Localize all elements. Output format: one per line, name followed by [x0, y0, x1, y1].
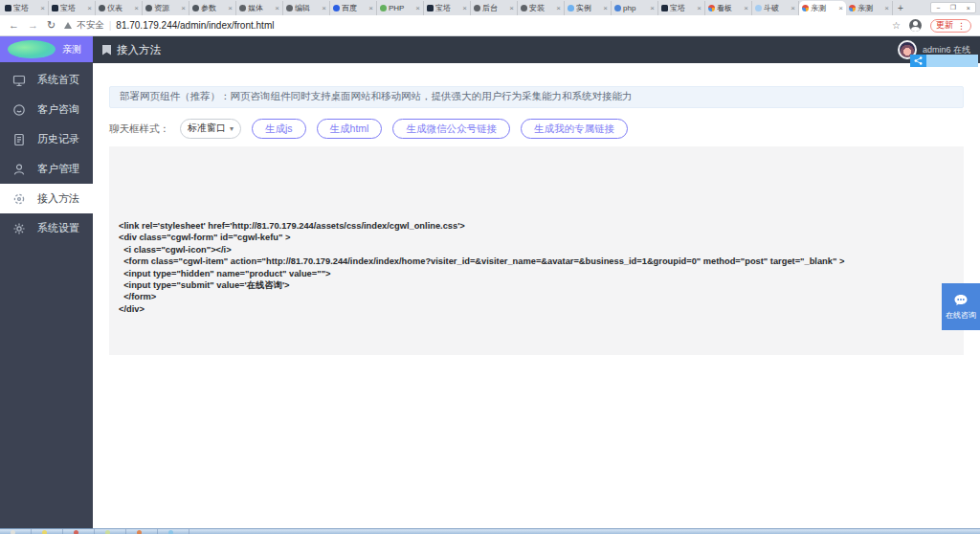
sidebar-item-settings[interactable]: 系统设置: [0, 213, 93, 243]
browser-tab[interactable]: 安装 ×: [518, 1, 565, 15]
browser-tab[interactable]: 宝塔 ×: [2, 1, 49, 15]
browser-tab[interactable]: PHP ×: [377, 1, 424, 15]
chat-bubble-icon: [953, 294, 969, 307]
tab-favicon: [427, 5, 434, 11]
chrome-update-button[interactable]: 更新 ⋮: [930, 19, 971, 33]
tab-favicon: [708, 5, 715, 11]
tab-title: 后台: [482, 3, 507, 13]
page-header: 接入方法 admin6 在线: [93, 36, 980, 63]
tab-favicon: [286, 5, 293, 11]
sidebar-item-home[interactable]: 系统首页: [0, 65, 93, 95]
code-line: </div>: [119, 303, 954, 315]
browser-tab[interactable]: 宝塔 ×: [424, 1, 471, 15]
restore-icon[interactable]: ❐: [950, 4, 956, 11]
tab-close-icon[interactable]: ×: [556, 4, 561, 12]
browser-tab[interactable]: php ×: [612, 1, 658, 15]
browser-tab[interactable]: 百度 ×: [330, 1, 377, 15]
embed-code-block[interactable]: <link rel='stylesheet' href='http://81.7…: [109, 146, 964, 355]
bookmark-star-icon[interactable]: ☆: [892, 20, 901, 31]
browser-tab[interactable]: 宝塔 ×: [658, 1, 705, 15]
tab-title: 宝塔: [60, 3, 85, 13]
tab-close-icon[interactable]: ×: [462, 4, 467, 12]
tab-title: 参数: [201, 3, 226, 13]
online-consult-widget[interactable]: 在线咨询: [942, 283, 980, 330]
tab-close-icon[interactable]: ×: [87, 4, 92, 12]
tab-close-icon[interactable]: ×: [884, 4, 889, 12]
browser-tab[interactable]: 编辑 ×: [283, 1, 330, 15]
tab-close-icon[interactable]: ×: [603, 4, 608, 12]
sidebar-item-label: 系统设置: [37, 221, 79, 235]
browser-tab[interactable]: 仪表 ×: [96, 1, 143, 15]
tab-close-icon[interactable]: ×: [744, 4, 748, 12]
tab-close-icon[interactable]: ×: [650, 4, 655, 12]
browser-tab[interactable]: 亲测 ×: [799, 1, 846, 15]
browser-profile-icon[interactable]: [909, 19, 922, 32]
tab-favicon: [333, 5, 340, 11]
browser-tab[interactable]: 资源 ×: [143, 1, 189, 15]
update-label: 更新: [936, 19, 953, 32]
address-bar[interactable]: 不安全 | 81.70.179.244/admin/index/front.ht…: [64, 19, 883, 32]
sidebar-item-consult[interactable]: 客户咨询: [0, 95, 93, 124]
chat-toolbar-fragment[interactable]: [910, 55, 978, 67]
chat-toolbar-field: [926, 55, 978, 67]
sidebar-item-history[interactable]: 历史记录: [0, 124, 93, 154]
app-logo[interactable]: 亲测: [0, 36, 93, 62]
tab-favicon: [661, 5, 668, 11]
code-line: <input type="hidden" name="product" valu…: [119, 268, 954, 279]
tab-close-icon[interactable]: ×: [368, 4, 373, 12]
tab-close-icon[interactable]: ×: [181, 4, 186, 12]
close-icon[interactable]: ×: [967, 5, 970, 11]
tab-title: 宝塔: [670, 3, 695, 13]
tab-title: php: [623, 4, 648, 12]
tab-close-icon[interactable]: ×: [791, 4, 795, 12]
tab-favicon: [474, 5, 480, 11]
minimize-icon[interactable]: −: [936, 5, 940, 11]
back-icon[interactable]: ←: [9, 20, 19, 31]
gear-icon: [12, 222, 26, 235]
tab-title: 看板: [717, 3, 742, 13]
code-line: <input type="submit" value='在线咨询'>: [119, 279, 954, 291]
generate-button[interactable]: 生成html: [317, 119, 383, 139]
chat-style-row: 聊天框样式： 标准窗口 ▾ 生成js生成html生成微信公众号链接生成我的专属链…: [109, 119, 964, 139]
share-icon: [910, 55, 926, 67]
tab-close-icon[interactable]: ×: [322, 4, 326, 12]
generate-button[interactable]: 生成我的专属链接: [521, 119, 628, 139]
browser-tab[interactable]: 宝塔 ×: [49, 1, 96, 15]
tab-favicon: [614, 5, 621, 11]
tab-close-icon[interactable]: ×: [40, 4, 45, 12]
logo-text: 亲测: [62, 43, 81, 56]
tab-title: 编辑: [295, 3, 320, 13]
browser-tab[interactable]: 亲测 ×: [846, 1, 893, 15]
tab-title: 宝塔: [13, 3, 38, 13]
sidebar-item-label: 接入方法: [37, 191, 79, 206]
kebab-menu-icon[interactable]: ⋮: [957, 21, 966, 31]
tab-close-icon[interactable]: ×: [415, 4, 420, 12]
windows-taskbar[interactable]: [0, 528, 980, 534]
browser-tab[interactable]: 后台 ×: [471, 1, 518, 15]
reload-icon[interactable]: ↻: [47, 20, 56, 31]
tab-favicon: [5, 5, 11, 11]
sidebar-item-label: 客户咨询: [37, 102, 79, 117]
tab-title: 斗破: [764, 3, 789, 13]
tab-favicon: [192, 5, 199, 11]
tab-close-icon[interactable]: ×: [228, 4, 233, 12]
generate-button[interactable]: 生成js: [252, 119, 306, 139]
browser-tab[interactable]: 参数 ×: [189, 1, 236, 15]
tab-close-icon[interactable]: ×: [275, 4, 279, 12]
browser-tab[interactable]: 看板 ×: [705, 1, 752, 15]
forward-icon[interactable]: →: [28, 20, 38, 31]
tab-close-icon[interactable]: ×: [838, 4, 843, 12]
browser-tab[interactable]: 实例 ×: [565, 1, 612, 15]
chat-style-select[interactable]: 标准窗口 ▾: [180, 119, 241, 139]
browser-tab[interactable]: 斗破 ×: [752, 1, 799, 15]
generate-button[interactable]: 生成微信公众号链接: [392, 119, 510, 139]
tab-close-icon[interactable]: ×: [697, 4, 702, 12]
new-tab-button[interactable]: +: [893, 1, 908, 15]
tab-close-icon[interactable]: ×: [134, 4, 139, 12]
bookmark-icon: [102, 45, 111, 56]
sidebar-item-access[interactable]: 接入方法: [0, 184, 93, 213]
browser-tab[interactable]: 媒体 ×: [236, 1, 283, 15]
tab-favicon: [52, 5, 58, 11]
sidebar-item-customers[interactable]: 客户管理: [0, 154, 93, 184]
tab-close-icon[interactable]: ×: [509, 4, 514, 12]
